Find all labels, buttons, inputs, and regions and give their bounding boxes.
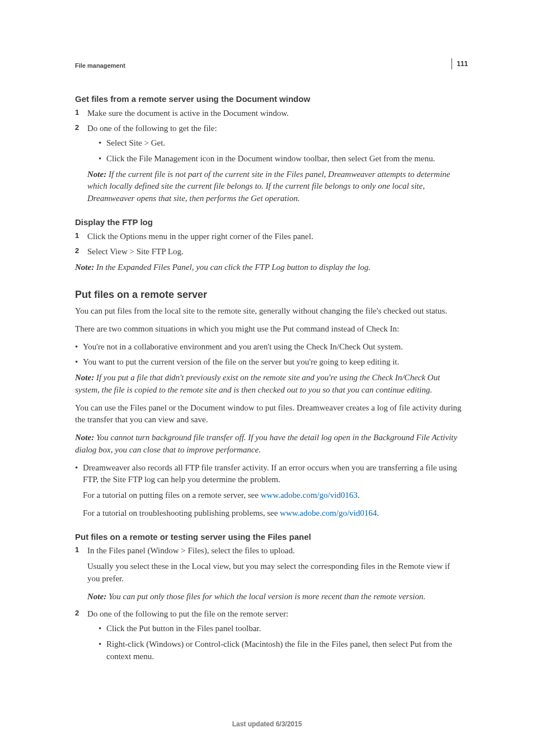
note-label: Note: bbox=[87, 592, 106, 601]
note-paragraph: Note: You cannot turn background file tr… bbox=[75, 432, 463, 456]
list-item: You want to put the current version of t… bbox=[75, 356, 463, 368]
tutorial-link-vid0163[interactable]: www.adobe.com/go/vid0163 bbox=[261, 491, 358, 500]
step-item: Do one of the following to get the file:… bbox=[75, 123, 463, 205]
sub-bullet-list: Click the Put button in the Files panel … bbox=[99, 623, 463, 662]
list-item: Click the Put button in the Files panel … bbox=[99, 623, 463, 635]
text-run: . bbox=[358, 491, 360, 500]
note-label: Note: bbox=[75, 263, 94, 272]
note-body: In the Expanded Files Panel, you can cli… bbox=[94, 263, 371, 272]
note-label: Note: bbox=[75, 373, 94, 382]
note-body: If you put a file that didn't previously… bbox=[75, 373, 440, 394]
section-heading-put-files-remote-server: Put files on a remote server bbox=[75, 287, 463, 302]
step-item: Click the Options menu in the upper righ… bbox=[75, 231, 463, 243]
text-run: For a tutorial on putting files on a rem… bbox=[83, 491, 261, 500]
page-footer-last-updated: Last updated 6/3/2015 bbox=[0, 720, 534, 729]
body-paragraph: For a tutorial on putting files on a rem… bbox=[83, 489, 463, 502]
text-run: . bbox=[377, 508, 379, 517]
note-paragraph: Note: In the Expanded Files Panel, you c… bbox=[75, 262, 463, 274]
step-item: In the Files panel (Window > Files), sel… bbox=[75, 545, 463, 603]
page-number: 111 bbox=[451, 58, 468, 69]
body-paragraph: For a tutorial on troubleshooting publis… bbox=[83, 507, 463, 520]
note-body: You cannot turn background file transfer… bbox=[75, 433, 457, 454]
section-heading-get-files-document-window: Get files from a remote server using the… bbox=[75, 93, 463, 105]
bullet-list: You're not in a collaborative environmen… bbox=[75, 341, 463, 369]
step-text: Do one of the following to put the file … bbox=[87, 609, 288, 618]
steps-list: Make sure the document is active in the … bbox=[75, 108, 463, 205]
body-paragraph: You can use the Files panel or the Docum… bbox=[75, 402, 463, 427]
list-item: Right-click (Windows) or Control-click (… bbox=[99, 638, 463, 663]
sub-bullet-list: Select Site > Get. Click the File Manage… bbox=[99, 137, 463, 165]
body-paragraph: You can put files from the local site to… bbox=[75, 305, 463, 318]
body-paragraph: There are two common situations in which… bbox=[75, 323, 463, 335]
list-item: You're not in a collaborative environmen… bbox=[75, 341, 463, 353]
note-paragraph: Note: If you put a file that didn't prev… bbox=[75, 372, 463, 396]
list-item-text: Dreamweaver also records all FTP file tr… bbox=[83, 463, 457, 484]
text-run: For a tutorial on troubleshooting publis… bbox=[83, 508, 280, 517]
note-label: Note: bbox=[75, 433, 94, 442]
steps-list: Click the Options menu in the upper righ… bbox=[75, 231, 463, 259]
body-paragraph: Usually you select these in the Local vi… bbox=[87, 561, 463, 585]
note-body: If the current file is not part of the c… bbox=[87, 170, 450, 203]
list-item: Click the File Management icon in the Do… bbox=[99, 153, 463, 165]
note-paragraph: Note: You can put only those files for w… bbox=[87, 591, 463, 603]
step-item: Do one of the following to put the file … bbox=[75, 608, 463, 662]
step-item: Make sure the document is active in the … bbox=[75, 108, 463, 120]
list-item: Select Site > Get. bbox=[99, 137, 463, 150]
running-head: File management bbox=[75, 62, 463, 71]
note-body: You can put only those files for which t… bbox=[106, 592, 425, 601]
note-label: Note: bbox=[87, 170, 106, 179]
list-item: Dreamweaver also records all FTP file tr… bbox=[75, 462, 463, 520]
section-heading-put-files-panel: Put files on a remote or testing server … bbox=[75, 531, 463, 543]
step-item: Select View > Site FTP Log. bbox=[75, 246, 463, 258]
document-page: 111 File management Get files from a rem… bbox=[0, 0, 534, 756]
section-heading-display-ftp-log: Display the FTP log bbox=[75, 216, 463, 228]
tutorial-link-vid0164[interactable]: www.adobe.com/go/vid0164 bbox=[280, 508, 377, 517]
step-text: Do one of the following to get the file: bbox=[87, 124, 217, 133]
bullet-list: Dreamweaver also records all FTP file tr… bbox=[75, 462, 463, 520]
step-text: In the Files panel (Window > Files), sel… bbox=[87, 546, 295, 555]
note-paragraph: Note: If the current file is not part of… bbox=[87, 169, 463, 205]
steps-list: In the Files panel (Window > Files), sel… bbox=[75, 545, 463, 662]
